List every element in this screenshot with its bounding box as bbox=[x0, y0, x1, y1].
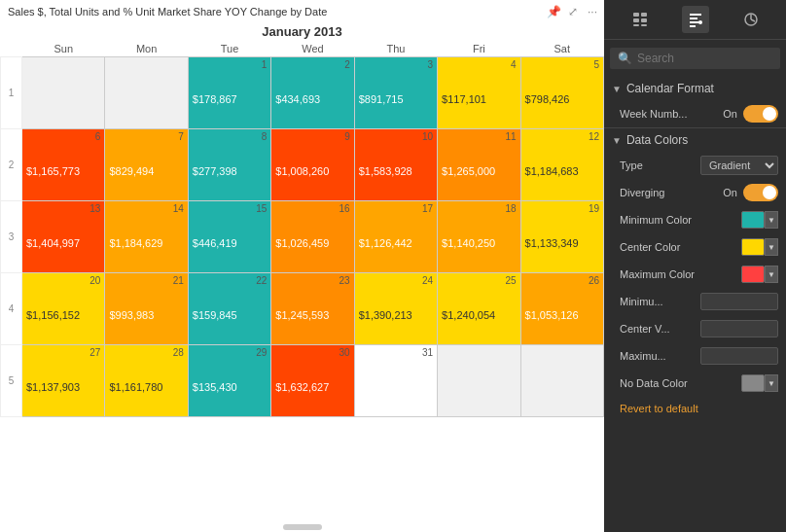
diverging-label: Diverging bbox=[620, 187, 723, 198]
chevron-down-icon: ▼ bbox=[612, 84, 622, 94]
calendar-cell[interactable]: 26$1,053,126 bbox=[520, 273, 603, 345]
calendar-cell[interactable]: 8$277,398 bbox=[188, 129, 270, 201]
minimum-color-dropdown[interactable]: ▼ bbox=[765, 211, 778, 229]
cell-value: $159,845 bbox=[193, 309, 267, 321]
no-data-color-dropdown[interactable]: ▼ bbox=[765, 374, 778, 392]
calendar-cell[interactable]: 19$1,133,349 bbox=[520, 201, 603, 273]
type-select[interactable]: Gradient Solid bbox=[700, 156, 778, 175]
day-header-sun: Sun bbox=[22, 41, 105, 57]
calendar-cell[interactable]: 3$891,715 bbox=[354, 57, 437, 129]
cell-day-number: 14 bbox=[109, 203, 183, 214]
month-title: January 2013 bbox=[0, 20, 604, 41]
no-data-color-swatch[interactable] bbox=[741, 374, 765, 392]
maximum-color-swatch[interactable] bbox=[741, 266, 765, 283]
center-color-swatch[interactable] bbox=[741, 238, 765, 256]
minimum-color-swatch[interactable] bbox=[741, 211, 765, 229]
cell-day-number: 27 bbox=[26, 347, 100, 358]
svg-rect-1 bbox=[641, 13, 647, 17]
calendar-cell[interactable]: 11$1,265,000 bbox=[438, 129, 520, 201]
calendar-cell[interactable]: 12$1,184,683 bbox=[520, 129, 603, 201]
calendar-cell[interactable]: 4$117,101 bbox=[438, 57, 520, 129]
week-numbers-toggle-label: On bbox=[723, 108, 737, 120]
svg-rect-5 bbox=[641, 24, 647, 26]
search-input[interactable] bbox=[637, 52, 783, 65]
center-color-dropdown[interactable]: ▼ bbox=[765, 238, 778, 256]
format-icon[interactable] bbox=[682, 6, 709, 33]
minimum-value-input[interactable] bbox=[700, 293, 778, 310]
diverging-toggle[interactable] bbox=[743, 184, 778, 201]
calendar-cell[interactable]: 10$1,583,928 bbox=[354, 129, 437, 201]
cell-value: $1,140,250 bbox=[442, 237, 516, 249]
cell-day-number: 16 bbox=[275, 203, 349, 214]
cell-value: $178,867 bbox=[193, 93, 267, 105]
maximum-value-input[interactable] bbox=[700, 347, 778, 365]
calendar-cell[interactable]: 27$1,137,903 bbox=[22, 345, 105, 417]
maximum-color-row: Maximum Color ▼ bbox=[604, 261, 786, 288]
calendar-cell[interactable]: 24$1,390,213 bbox=[354, 273, 437, 345]
week-num-3: 3 bbox=[1, 201, 22, 273]
calendar-cell[interactable]: 1$178,867 bbox=[188, 57, 270, 129]
cell-value: $891,715 bbox=[359, 93, 433, 105]
week-num-4: 4 bbox=[1, 273, 22, 345]
calendar-cell[interactable]: 25$1,240,054 bbox=[438, 273, 520, 345]
table-view-icon[interactable] bbox=[626, 6, 654, 33]
calendar-cell[interactable]: 17$1,126,442 bbox=[354, 201, 437, 273]
calendar-cell[interactable]: 18$1,140,250 bbox=[438, 201, 520, 273]
cell-day-number: 2 bbox=[275, 59, 349, 70]
horizontal-scrollbar[interactable] bbox=[283, 524, 322, 530]
cell-value: $1,390,213 bbox=[359, 309, 433, 321]
cell-day-number: 22 bbox=[193, 275, 267, 286]
calendar-cell[interactable]: 2$434,693 bbox=[271, 57, 354, 129]
cell-value: $1,026,459 bbox=[275, 237, 349, 249]
svg-rect-4 bbox=[633, 24, 639, 26]
cell-value: $1,240,054 bbox=[442, 309, 516, 321]
calendar-cell[interactable]: 9$1,008,260 bbox=[271, 129, 354, 201]
center-value-input[interactable] bbox=[700, 320, 778, 337]
calendar-cell[interactable]: 20$1,156,152 bbox=[22, 273, 105, 345]
calendar-cell[interactable]: 7$829,494 bbox=[105, 129, 188, 201]
toggle-knob bbox=[763, 107, 776, 121]
calendar-cell[interactable]: 22$159,845 bbox=[188, 273, 270, 345]
search-icon: 🔍 bbox=[618, 52, 632, 65]
maximum-color-label: Maximum Color bbox=[620, 268, 741, 280]
diverging-toggle-label: On bbox=[723, 187, 737, 198]
section-calendar-format: ▼ Calendar Format bbox=[604, 77, 786, 100]
pin-icon[interactable]: 📌 bbox=[546, 4, 561, 19]
cell-day-number: 24 bbox=[359, 275, 433, 286]
data-colors-label: Data Colors bbox=[626, 133, 688, 147]
calendar-cell[interactable]: 23$1,245,593 bbox=[271, 273, 354, 345]
week-numbers-toggle[interactable] bbox=[743, 105, 778, 123]
cell-day-number: 19 bbox=[525, 203, 599, 214]
calendar-cell[interactable] bbox=[520, 345, 603, 417]
type-row: Type Gradient Solid bbox=[604, 152, 786, 179]
calendar-cell[interactable]: 14$1,184,629 bbox=[105, 201, 188, 273]
calendar-cell[interactable]: 29$135,430 bbox=[188, 345, 270, 417]
more-icon[interactable]: ··· bbox=[585, 4, 600, 19]
calendar-cell[interactable]: 5$798,426 bbox=[520, 57, 603, 129]
calendar-format-header[interactable]: ▼ Calendar Format bbox=[604, 77, 786, 100]
data-colors-header[interactable]: ▼ Data Colors bbox=[604, 128, 786, 152]
calendar-cell[interactable]: 16$1,026,459 bbox=[271, 201, 354, 273]
calendar-cell[interactable]: 6$1,165,773 bbox=[22, 129, 105, 201]
no-data-color-swatch-container: ▼ bbox=[741, 374, 778, 392]
calendar-cell[interactable] bbox=[22, 57, 105, 129]
center-value-row: Center V... bbox=[604, 315, 786, 342]
revert-to-default-link[interactable]: Revert to default bbox=[604, 397, 786, 424]
calendar-cell[interactable]: 15$446,419 bbox=[188, 201, 270, 273]
cell-day-number: 13 bbox=[26, 203, 100, 214]
calendar-cell[interactable] bbox=[438, 345, 520, 417]
calendar-cell[interactable]: 21$993,983 bbox=[105, 273, 188, 345]
search-box[interactable]: 🔍 bbox=[610, 48, 780, 69]
calendar-cell[interactable] bbox=[105, 57, 188, 129]
calendar-cell[interactable]: 30$1,632,627 bbox=[271, 345, 354, 417]
calendar-table: Sun Mon Tue Wed Thu Fri Sat 11$178,8672$… bbox=[0, 41, 604, 417]
maximum-color-dropdown[interactable]: ▼ bbox=[765, 266, 778, 283]
cell-value: $1,184,629 bbox=[109, 237, 183, 249]
cell-value: $798,426 bbox=[525, 93, 599, 105]
analytics-icon[interactable] bbox=[737, 6, 765, 33]
calendar-cell[interactable]: 28$1,161,780 bbox=[105, 345, 188, 417]
calendar-cell[interactable]: 13$1,404,997 bbox=[22, 201, 105, 273]
minimum-color-label: Minimum Color bbox=[620, 214, 741, 226]
focus-icon[interactable]: ⤢ bbox=[565, 4, 581, 19]
calendar-cell[interactable]: 31 bbox=[354, 345, 437, 417]
